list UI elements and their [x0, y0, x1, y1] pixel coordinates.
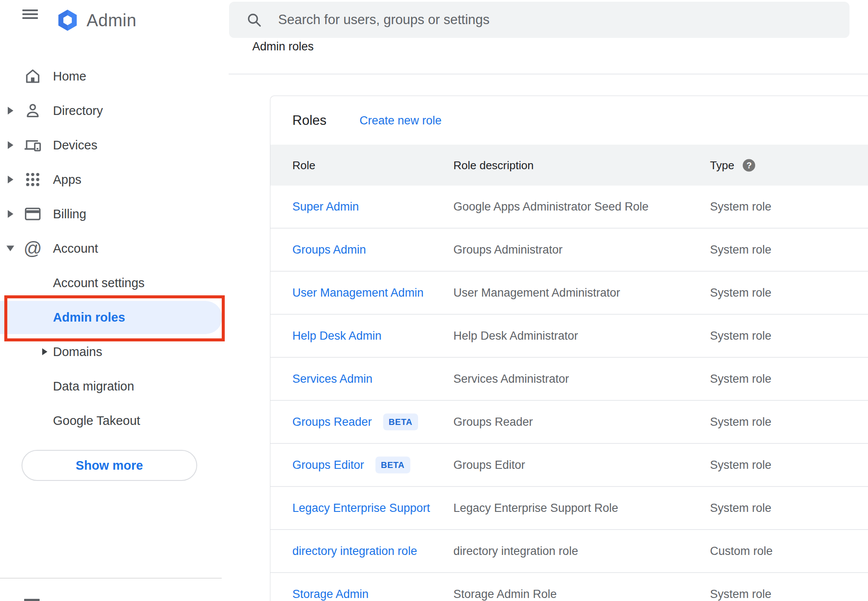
search-icon: [245, 11, 263, 28]
expand-right-icon: [42, 348, 47, 355]
role-description-cell: directory integration role: [453, 545, 578, 558]
role-link-services-admin[interactable]: Services Admin: [292, 372, 372, 386]
role-description-cell: Storage Admin Role: [453, 588, 557, 601]
google-admin-console: Admin HomeDirectoryDevicesAppsBilling@Ac…: [0, 0, 868, 601]
role-description-cell: Groups Reader: [453, 415, 533, 429]
role-cell: Storage Admin: [292, 588, 369, 601]
sidebar-item-account-settings[interactable]: Account settings: [0, 266, 229, 300]
expand-right-icon: [8, 107, 13, 115]
main-menu-icon[interactable]: [22, 9, 38, 19]
role-type-cell: System role: [710, 286, 772, 300]
role-description-cell: Groups Administrator: [453, 243, 563, 257]
sidebar: Admin HomeDirectoryDevicesAppsBilling@Ac…: [0, 0, 229, 601]
table-row: Groups AdminGroups AdministratorSystem r…: [270, 229, 868, 272]
sidebar-item-devices[interactable]: Devices: [0, 128, 229, 162]
app-title: Admin: [87, 9, 136, 31]
role-cell: Groups ReaderBETA: [292, 414, 418, 431]
role-link-legacy-enterprise-support[interactable]: Legacy Enterprise Support: [292, 502, 430, 515]
role-cell: Help Desk Admin: [292, 329, 381, 343]
roles-card-header: Roles Create new role: [270, 96, 868, 145]
role-link-help-desk-admin[interactable]: Help Desk Admin: [292, 329, 381, 343]
sidebar-item-label: Account: [53, 242, 98, 256]
role-type-cell: System role: [710, 329, 772, 343]
column-header-description: Role description: [453, 158, 533, 172]
sidebar-item-label: Home: [53, 69, 86, 84]
table-row: Groups ReaderBETAGroups ReaderSystem rol…: [270, 401, 868, 444]
expand-right-icon: [8, 176, 13, 183]
sidebar-item-label: Apps: [53, 173, 81, 187]
role-cell: directory integration role: [292, 545, 417, 558]
roles-title: Roles: [292, 113, 326, 128]
role-link-user-management-admin[interactable]: User Management Admin: [292, 286, 424, 300]
sidebar-item-domains[interactable]: Domains: [0, 335, 229, 369]
role-link-groups-admin[interactable]: Groups Admin: [292, 243, 366, 257]
roles-card: Roles Create new role Role Role descript…: [270, 96, 868, 601]
table-body: Super AdminGoogle Apps Administrator See…: [270, 186, 868, 601]
table-row: Storage AdminStorage Admin RoleSystem ro…: [270, 573, 868, 601]
sidebar-item-label: Devices: [53, 138, 97, 152]
search-bar[interactable]: [229, 2, 849, 38]
role-cell: Legacy Enterprise Support: [292, 502, 430, 515]
sidebar-item-label: Directory: [53, 104, 103, 118]
role-link-storage-admin[interactable]: Storage Admin: [292, 588, 369, 601]
admin-logo-icon: [55, 8, 80, 32]
beta-badge: BETA: [375, 457, 410, 474]
partial-bottom-icon: [24, 599, 40, 601]
role-type-cell: System role: [710, 588, 772, 601]
breadcrumb-divider: [229, 74, 868, 74]
sidebar-nav: HomeDirectoryDevicesAppsBilling@AccountA…: [0, 59, 229, 438]
sidebar-item-directory[interactable]: Directory: [0, 93, 229, 128]
role-description-cell: Services Administrator: [453, 372, 569, 386]
role-link-directory-integration-role[interactable]: directory integration role: [292, 545, 417, 558]
table-row: Services AdminServices AdministratorSyst…: [270, 358, 868, 401]
apps-grid-icon: [23, 170, 42, 189]
sidebar-item-apps[interactable]: Apps: [0, 162, 229, 197]
role-type-cell: System role: [710, 200, 772, 214]
sidebar-item-admin-roles[interactable]: Admin roles: [0, 300, 229, 335]
table-row: Groups EditorBETAGroups EditorSystem rol…: [270, 444, 868, 487]
column-header-type: Type ?: [710, 158, 755, 172]
column-header-role: Role: [292, 158, 315, 172]
sidebar-item-data-migration[interactable]: Data migration: [0, 369, 229, 403]
create-new-role-link[interactable]: Create new role: [360, 114, 442, 127]
sidebar-divider: [0, 578, 222, 579]
table-row: Help Desk AdminHelp Desk AdministratorSy…: [270, 315, 868, 358]
role-type-cell: System role: [710, 243, 772, 257]
devices-icon: [23, 136, 42, 155]
show-more-button[interactable]: Show more: [22, 450, 197, 481]
collapse-down-icon: [6, 246, 14, 251]
role-type-cell: System role: [710, 458, 772, 472]
role-cell: Services Admin: [292, 372, 372, 386]
search-input[interactable]: [277, 12, 841, 28]
home-icon: [23, 67, 42, 86]
person-icon: [23, 101, 42, 120]
sidebar-item-billing[interactable]: Billing: [0, 197, 229, 231]
role-type-cell: System role: [710, 372, 772, 386]
expand-right-icon: [8, 210, 13, 218]
sidebar-item-google-takeout[interactable]: Google Takeout: [0, 403, 229, 438]
at-sign-icon: @: [23, 239, 42, 258]
sidebar-item-account[interactable]: @Account: [0, 231, 229, 266]
role-type-cell: Custom role: [710, 545, 773, 558]
table-row: Super AdminGoogle Apps Administrator See…: [270, 186, 868, 229]
table-row: User Management AdminUser Management Adm…: [270, 272, 868, 315]
table-header-row: Role Role description Type ?: [270, 145, 868, 186]
breadcrumb: Admin roles: [252, 36, 314, 57]
sidebar-item-label: Google Takeout: [53, 414, 140, 428]
table-row: directory integration roledirectory inte…: [270, 530, 868, 573]
beta-badge: BETA: [383, 414, 418, 431]
help-icon[interactable]: ?: [743, 159, 755, 171]
role-description-cell: User Management Administrator: [453, 286, 620, 300]
role-type-cell: System role: [710, 502, 772, 515]
role-link-groups-editor[interactable]: Groups Editor: [292, 458, 364, 472]
role-link-super-admin[interactable]: Super Admin: [292, 200, 359, 214]
sidebar-item-label: Admin roles: [53, 310, 125, 325]
role-cell: User Management Admin: [292, 286, 424, 300]
expand-right-icon: [8, 141, 13, 149]
sidebar-item-label: Data migration: [53, 379, 134, 393]
sidebar-item-home[interactable]: Home: [0, 59, 229, 93]
role-link-groups-reader[interactable]: Groups Reader: [292, 415, 372, 429]
role-description-cell: Google Apps Administrator Seed Role: [453, 200, 648, 214]
table-row: Legacy Enterprise SupportLegacy Enterpri…: [270, 487, 868, 530]
role-description-cell: Help Desk Administrator: [453, 329, 578, 343]
